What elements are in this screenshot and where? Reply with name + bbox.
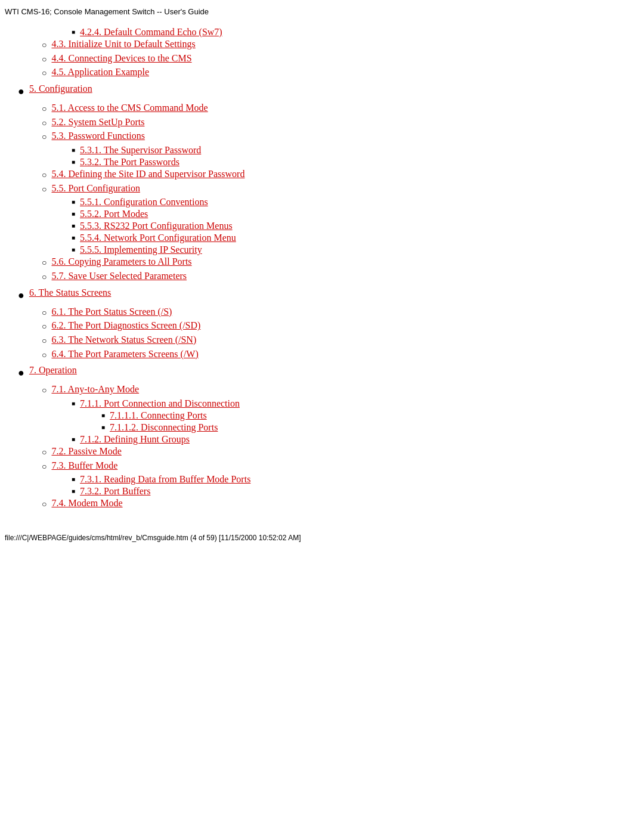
bullet-icon: ○ xyxy=(42,498,47,511)
toc-item-13: ■5.5.2. Port Modes xyxy=(18,209,632,219)
toc-item-4: ●5. Configuration xyxy=(18,83,632,100)
toc-item-15: ■5.5.4. Network Port Configuration Menu xyxy=(18,233,632,243)
bullet-icon: ○ xyxy=(42,256,47,270)
toc-link-0[interactable]: 4.2.4. Default Command Echo (Sw7) xyxy=(80,27,222,38)
toc-link-21[interactable]: 6.2. The Port Diagnostics Screen (/SD) xyxy=(51,320,200,331)
toc-item-10: ○5.4. Defining the Site ID and Superviso… xyxy=(18,169,632,182)
toc-item-16: ■5.5.5. Implementing IP Security xyxy=(18,244,632,255)
toc-item-27: ■7.1.1.1. Connecting Ports xyxy=(18,410,632,421)
toc-item-26: ■7.1.1. Port Connection and Disconnectio… xyxy=(18,398,632,409)
toc-link-8[interactable]: 5.3.1. The Supervisor Password xyxy=(80,145,201,156)
toc-item-24: ●7. Operation xyxy=(18,365,632,382)
toc-item-30: ○7.2. Passive Mode xyxy=(18,446,632,459)
bullet-icon: ● xyxy=(18,365,24,382)
bullet-icon: ○ xyxy=(42,320,47,333)
title-bar: WTI CMS-16; Console Management Switch --… xyxy=(0,5,644,20)
toc-link-15[interactable]: 5.5.4. Network Port Configuration Menu xyxy=(80,233,236,243)
toc-link-20[interactable]: 6.1. The Port Status Screen (/S) xyxy=(51,306,172,317)
toc-link-13[interactable]: 5.5.2. Port Modes xyxy=(80,209,148,219)
toc-link-25[interactable]: 7.1. Any-to-Any Mode xyxy=(51,384,139,395)
toc-link-3[interactable]: 4.5. Application Example xyxy=(51,67,149,78)
bullet-icon: ○ xyxy=(42,103,47,116)
toc-link-32[interactable]: 7.3.1. Reading Data from Buffer Mode Por… xyxy=(80,474,250,485)
toc-item-29: ■7.1.2. Defining Hunt Groups xyxy=(18,434,632,445)
toc-item-19: ●6. The Status Screens xyxy=(18,287,632,304)
toc-link-2[interactable]: 4.4. Connecting Devices to the CMS xyxy=(51,53,191,64)
bullet-icon: ○ xyxy=(42,131,47,144)
toc-item-20: ○6.1. The Port Status Screen (/S) xyxy=(18,306,632,320)
toc-item-7: ○5.3. Password Functions xyxy=(18,131,632,144)
toc-link-16[interactable]: 5.5.5. Implementing IP Security xyxy=(80,244,202,255)
bullet-icon: ○ xyxy=(42,384,47,397)
toc-item-6: ○5.2. System SetUp Ports xyxy=(18,117,632,130)
toc-link-4[interactable]: 5. Configuration xyxy=(29,83,92,94)
bullet-icon: ○ xyxy=(42,306,47,320)
toc-item-22: ○6.3. The Network Status Screen (/SN) xyxy=(18,335,632,348)
bullet-icon: ■ xyxy=(72,197,75,207)
bullet-icon: ■ xyxy=(72,233,75,243)
toc-link-11[interactable]: 5.5. Port Configuration xyxy=(51,183,140,194)
toc-item-17: ○5.6. Copying Parameters to All Ports xyxy=(18,256,632,270)
toc-content: ■4.2.4. Default Command Echo (Sw7)○4.3. … xyxy=(0,20,644,524)
bullet-icon: ○ xyxy=(42,117,47,130)
bullet-icon: ○ xyxy=(42,53,47,66)
toc-link-1[interactable]: 4.3. Initialize Unit to Default Settings xyxy=(51,39,195,49)
bullet-icon: ■ xyxy=(72,27,75,37)
toc-item-9: ■5.3.2. The Port Passwords xyxy=(18,157,632,168)
bullet-icon: ○ xyxy=(42,335,47,348)
toc-link-30[interactable]: 7.2. Passive Mode xyxy=(51,446,121,457)
toc-link-33[interactable]: 7.3.2. Port Buffers xyxy=(80,486,150,497)
bullet-icon: ■ xyxy=(101,410,105,420)
toc-link-9[interactable]: 5.3.2. The Port Passwords xyxy=(80,157,179,168)
bullet-icon: ■ xyxy=(72,398,75,408)
bullet-icon: ○ xyxy=(42,446,47,459)
bullet-icon: ○ xyxy=(42,460,47,473)
bullet-icon: ■ xyxy=(101,422,105,432)
toc-link-10[interactable]: 5.4. Defining the Site ID and Supervisor… xyxy=(51,169,244,179)
toc-link-29[interactable]: 7.1.2. Defining Hunt Groups xyxy=(80,434,190,445)
bullet-icon: ■ xyxy=(72,434,75,444)
toc-item-33: ■7.3.2. Port Buffers xyxy=(18,486,632,497)
bullet-icon: ○ xyxy=(42,169,47,182)
toc-link-17[interactable]: 5.6. Copying Parameters to All Ports xyxy=(51,256,191,267)
toc-item-34: ○7.4. Modem Mode xyxy=(18,498,632,511)
toc-link-6[interactable]: 5.2. System SetUp Ports xyxy=(51,117,144,128)
toc-link-18[interactable]: 5.7. Save User Selected Parameters xyxy=(51,271,187,281)
toc-link-12[interactable]: 5.5.1. Configuration Conventions xyxy=(80,197,208,208)
toc-item-8: ■5.3.1. The Supervisor Password xyxy=(18,145,632,156)
toc-item-1: ○4.3. Initialize Unit to Default Setting… xyxy=(18,39,632,52)
bullet-icon: ○ xyxy=(42,349,47,362)
toc-link-19[interactable]: 6. The Status Screens xyxy=(29,287,111,298)
toc-item-12: ■5.5.1. Configuration Conventions xyxy=(18,197,632,208)
toc-item-5: ○5.1. Access to the CMS Command Mode xyxy=(18,103,632,116)
bullet-icon: ○ xyxy=(42,271,47,284)
footer-bar: file:///C|/WEBPAGE/guides/cms/html/rev_b… xyxy=(0,524,644,544)
toc-link-23[interactable]: 6.4. The Port Parameters Screens (/W) xyxy=(51,349,198,360)
bullet-icon: ● xyxy=(18,287,24,304)
toc-link-7[interactable]: 5.3. Password Functions xyxy=(51,131,144,141)
toc-link-14[interactable]: 5.5.3. RS232 Port Configuration Menus xyxy=(80,221,233,231)
toc-link-34[interactable]: 7.4. Modem Mode xyxy=(51,498,122,509)
toc-item-32: ■7.3.1. Reading Data from Buffer Mode Po… xyxy=(18,474,632,485)
toc-link-26[interactable]: 7.1.1. Port Connection and Disconnection xyxy=(80,398,240,409)
toc-link-28[interactable]: 7.1.1.2. Disconnecting Ports xyxy=(110,422,218,433)
toc-link-22[interactable]: 6.3. The Network Status Screen (/SN) xyxy=(51,335,196,345)
toc-item-23: ○6.4. The Port Parameters Screens (/W) xyxy=(18,349,632,362)
bullet-icon: ○ xyxy=(42,39,47,52)
footer-text: file:///C|/WEBPAGE/guides/cms/html/rev_b… xyxy=(5,534,301,542)
toc-link-27[interactable]: 7.1.1.1. Connecting Ports xyxy=(110,410,207,421)
bullet-icon: ■ xyxy=(72,145,75,155)
toc-link-31[interactable]: 7.3. Buffer Mode xyxy=(51,460,117,471)
title-text: WTI CMS-16; Console Management Switch --… xyxy=(5,7,209,16)
toc-item-21: ○6.2. The Port Diagnostics Screen (/SD) xyxy=(18,320,632,333)
bullet-icon: ○ xyxy=(42,67,47,80)
toc-item-11: ○5.5. Port Configuration xyxy=(18,183,632,196)
toc-item-28: ■7.1.1.2. Disconnecting Ports xyxy=(18,422,632,433)
bullet-icon: ■ xyxy=(72,209,75,219)
bullet-icon: ● xyxy=(18,83,24,100)
toc-item-14: ■5.5.3. RS232 Port Configuration Menus xyxy=(18,221,632,231)
toc-link-24[interactable]: 7. Operation xyxy=(29,365,77,376)
bullet-icon: ■ xyxy=(72,486,75,496)
toc-link-5[interactable]: 5.1. Access to the CMS Command Mode xyxy=(51,103,208,113)
toc-item-18: ○5.7. Save User Selected Parameters xyxy=(18,271,632,284)
